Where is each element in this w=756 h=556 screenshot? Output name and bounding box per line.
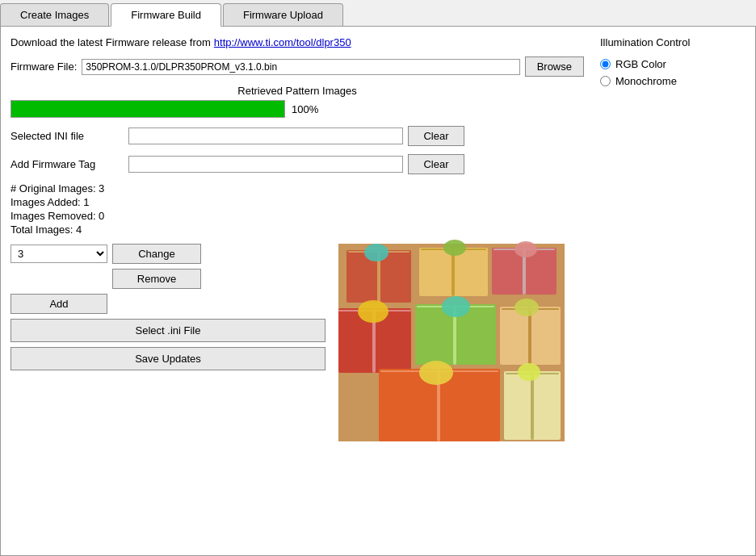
main-content: Download the latest Firmware release fro… (0, 27, 756, 556)
download-text: Download the latest Firmware release fro… (10, 36, 211, 48)
add-button[interactable]: Add (10, 294, 107, 314)
firmware-tag-input[interactable] (128, 156, 403, 173)
tab-firmware-build[interactable]: Firmware Build (111, 3, 221, 27)
left-panel: Download the latest Firmware release fro… (10, 36, 592, 546)
progress-percent: 100% (292, 103, 318, 115)
save-updates-button[interactable]: Save Updates (10, 347, 326, 370)
main-window: Create Images Firmware Build Firmware Up… (0, 0, 756, 556)
stats-section: # Original Images: 3 Images Added: 1 Ima… (10, 182, 584, 236)
add-row: Add (10, 294, 326, 314)
progress-bar-fill (11, 101, 284, 117)
selected-ini-label: Selected INI file (10, 130, 124, 142)
rgb-color-label: RGB Color (615, 58, 666, 70)
images-added-stat: Images Added: 1 (10, 196, 584, 208)
image-number-select[interactable]: 1 2 3 4 (10, 245, 107, 263)
firmware-file-input[interactable] (82, 59, 519, 75)
radio-group: RGB Color Monochrome (600, 58, 746, 87)
tab-create-images[interactable]: Create Images (0, 3, 109, 26)
change-button[interactable]: Change (112, 244, 201, 264)
image-area: 1 2 3 4 Change Remove Add (10, 244, 584, 441)
illumination-title: Illumination Control (600, 36, 746, 48)
firmware-file-row: Firmware File: Browse (10, 56, 584, 77)
progress-section: Retrieved Pattern Images 100% (10, 85, 584, 118)
monochrome-radio[interactable] (600, 76, 611, 86)
firmware-file-label: Firmware File: (10, 61, 77, 73)
rgb-color-radio[interactable] (600, 59, 611, 69)
clear-tag-button[interactable]: Clear (408, 154, 464, 174)
browse-button[interactable]: Browse (525, 56, 584, 77)
select-ini-button[interactable]: Select .ini File (10, 319, 326, 342)
ini-row: Selected INI file Clear (10, 126, 584, 146)
progress-row: 100% (10, 100, 584, 118)
dropdown-row: 1 2 3 4 Change (10, 244, 326, 264)
remove-row: Remove (10, 269, 326, 289)
monochrome-option[interactable]: Monochrome (600, 75, 746, 87)
monochrome-label: Monochrome (615, 75, 677, 87)
image-controls-left: 1 2 3 4 Change Remove Add (10, 244, 326, 441)
total-images-stat: Total Images: 4 (10, 224, 584, 236)
tag-row: Add Firmware Tag Clear (10, 154, 584, 174)
remove-button[interactable]: Remove (112, 269, 201, 289)
firmware-link-row: Download the latest Firmware release fro… (10, 36, 584, 48)
retrieved-pattern-label: Retrieved Pattern Images (237, 85, 356, 97)
rgb-color-option[interactable]: RGB Color (600, 58, 746, 70)
clear-ini-button[interactable]: Clear (408, 126, 464, 146)
selected-ini-input[interactable] (128, 128, 403, 144)
right-panel: Illumination Control RGB Color Monochrom… (592, 36, 746, 546)
download-link[interactable]: http://www.ti.com/tool/dlpr350 (214, 36, 351, 48)
firmware-tag-label: Add Firmware Tag (10, 158, 124, 170)
progress-bar-background (10, 100, 285, 118)
preview-image (338, 244, 565, 441)
images-removed-stat: Images Removed: 0 (10, 210, 584, 222)
tab-bar: Create Images Firmware Build Firmware Up… (0, 0, 756, 27)
tab-firmware-upload[interactable]: Firmware Upload (223, 3, 343, 26)
original-images-stat: # Original Images: 3 (10, 182, 584, 194)
